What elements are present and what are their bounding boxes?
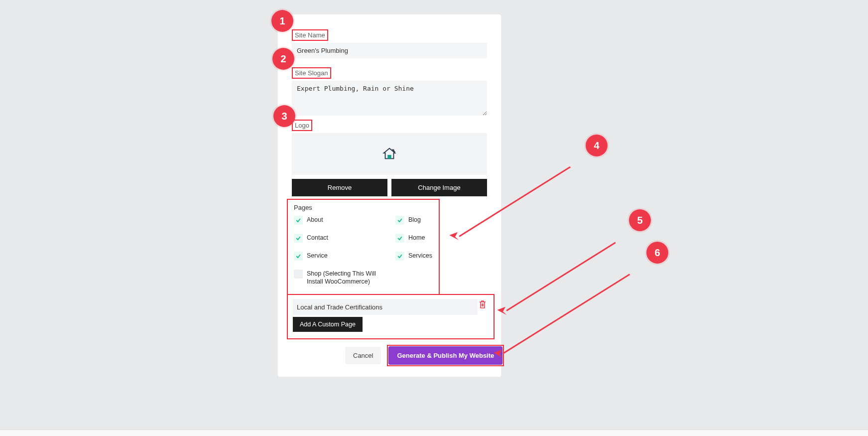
arrow-head-icon: [495, 304, 509, 318]
annotation-arrow-5: [506, 242, 616, 311]
change-image-button[interactable]: Change Image: [391, 179, 487, 196]
site-slogan-input[interactable]: Expert Plumbing, Rain or Shine: [292, 81, 487, 116]
arrow-head-icon: [447, 230, 461, 244]
generate-publish-button[interactable]: Generate & Publish My Website: [388, 346, 502, 365]
svg-rect-0: [387, 155, 391, 159]
page-label-service: Service: [307, 252, 328, 260]
footer-actions: Cancel Generate & Publish My Website: [345, 345, 504, 366]
annotation-badge-4: 4: [586, 135, 608, 156]
check-icon: [395, 252, 404, 261]
annotation-arrow-6: [502, 274, 630, 354]
check-icon: [294, 216, 303, 225]
custom-page-section: Add A Custom Page: [287, 294, 495, 339]
page-label-contact: Contact: [307, 234, 328, 242]
generate-highlight: Generate & Publish My Website: [387, 345, 504, 366]
house-plumbing-icon: [382, 146, 397, 161]
page-label-services: Services: [408, 252, 432, 260]
annotation-badge-2: 2: [272, 48, 294, 70]
page-label-about: About: [307, 216, 323, 224]
page-label-blog: Blog: [408, 216, 421, 224]
arrow-head-icon: [492, 347, 505, 361]
cancel-button[interactable]: Cancel: [345, 347, 381, 364]
stage: { "labels":{ "site_name":"Site Name", "s…: [0, 0, 868, 436]
add-custom-page-button[interactable]: Add A Custom Page: [293, 317, 363, 332]
page-label-home: Home: [408, 234, 425, 242]
annotation-badge-5: 5: [629, 209, 651, 231]
trash-icon[interactable]: [479, 300, 487, 309]
logo-label: Logo: [292, 120, 312, 131]
remove-button[interactable]: Remove: [292, 179, 387, 196]
pages-label: Pages: [294, 204, 312, 211]
annotation-badge-6: 6: [646, 242, 668, 264]
check-icon: [395, 216, 404, 225]
check-icon: [395, 234, 404, 243]
annotation-badge-3: 3: [273, 105, 295, 127]
page-checkbox-shop[interactable]: Shop (Selecting This Will Install WooCom…: [294, 270, 395, 286]
page-checkbox-contact[interactable]: Contact: [294, 234, 395, 243]
page-checkbox-service[interactable]: Service: [294, 252, 395, 261]
annotation-badge-1: 1: [271, 10, 293, 32]
page-checkbox-about[interactable]: About: [294, 216, 395, 225]
pages-section: Pages About Blog Contact Home Service: [287, 199, 440, 295]
page-checkbox-blog[interactable]: Blog: [395, 216, 440, 225]
page-checkbox-home[interactable]: Home: [395, 234, 440, 243]
frame-edge: [0, 430, 868, 436]
site-name-input[interactable]: [292, 43, 487, 58]
custom-page-input[interactable]: [293, 299, 478, 315]
site-slogan-label: Site Slogan: [292, 67, 331, 79]
check-icon: [294, 252, 303, 261]
check-icon: [294, 234, 303, 243]
site-name-label: Site Name: [292, 29, 328, 41]
logo-preview: [292, 133, 487, 175]
check-icon: [294, 270, 303, 279]
page-label-shop: Shop (Selecting This Will Install WooCom…: [307, 270, 381, 286]
page-checkbox-services[interactable]: Services: [395, 252, 440, 261]
